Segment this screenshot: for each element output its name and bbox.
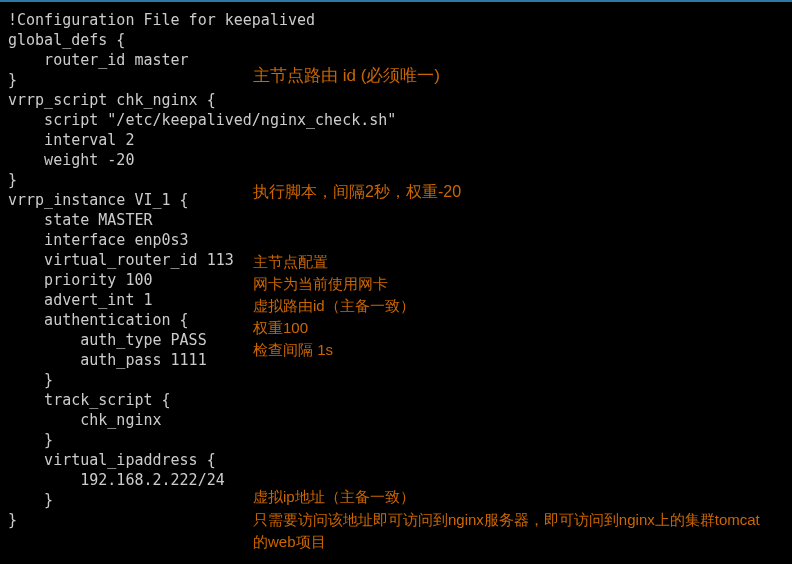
- config-line: auth_type PASS: [8, 330, 792, 350]
- annotation-master: 主节点配置: [253, 252, 328, 272]
- annotation-vip-desc: 只需要访问该地址即可访问到nginx服务器，即可访问到nginx上的集群tomc…: [253, 509, 773, 553]
- annotation-vrid: 虚拟路由id（主备一致）: [253, 296, 415, 316]
- config-file-text: !Configuration File for keepalived globa…: [8, 10, 792, 530]
- config-line: }: [8, 370, 792, 390]
- config-line: interface enp0s3: [8, 230, 792, 250]
- config-line: virtual_ipaddress {: [8, 450, 792, 470]
- config-line: chk_nginx: [8, 410, 792, 430]
- config-line: global_defs {: [8, 30, 792, 50]
- config-line: vrrp_script chk_nginx {: [8, 90, 792, 110]
- annotation-advert: 检查间隔 1s: [253, 340, 333, 360]
- config-line: track_script {: [8, 390, 792, 410]
- config-line: interval 2: [8, 130, 792, 150]
- annotation-script: 执行脚本，间隔2秒，权重-20: [253, 182, 461, 202]
- annotation-interface: 网卡为当前使用网卡: [253, 274, 388, 294]
- config-line: virtual_router_id 113: [8, 250, 792, 270]
- config-line: priority 100: [8, 270, 792, 290]
- config-line: script "/etc/keepalived/nginx_check.sh": [8, 110, 792, 130]
- config-line: }: [8, 430, 792, 450]
- config-line: weight -20: [8, 150, 792, 170]
- annotation-vip: 虚拟ip地址（主备一致）: [253, 487, 415, 507]
- config-line: !Configuration File for keepalived: [8, 10, 792, 30]
- annotation-router-id: 主节点路由 id (必须唯一): [253, 66, 440, 86]
- config-line: state MASTER: [8, 210, 792, 230]
- annotation-priority: 权重100: [253, 318, 308, 338]
- config-line: auth_pass 1111: [8, 350, 792, 370]
